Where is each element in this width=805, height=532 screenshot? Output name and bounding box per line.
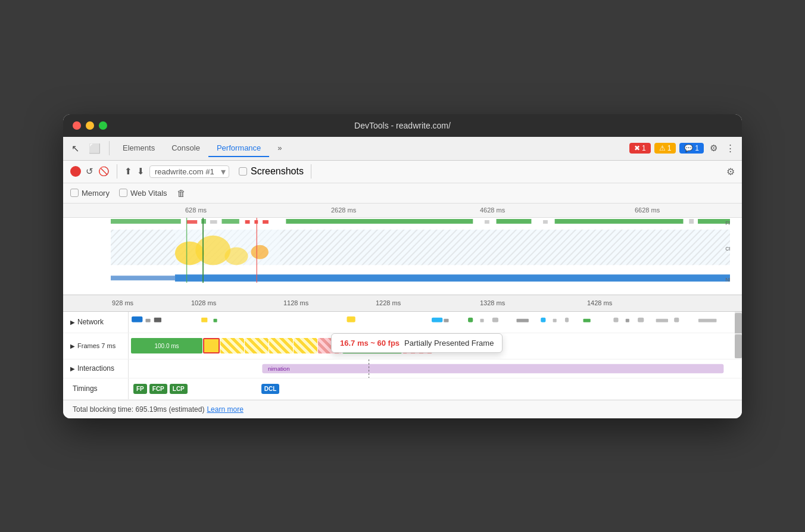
svg-rect-6 bbox=[254, 220, 258, 223]
network-expand-icon[interactable]: ▶ bbox=[70, 319, 75, 326]
svg-point-20 bbox=[195, 235, 230, 265]
timings-track-row: Timings FP FCP LCP DCL bbox=[63, 378, 742, 400]
svg-rect-50 bbox=[638, 317, 644, 322]
frame-yellow-hatch-3 bbox=[269, 338, 293, 353]
svg-rect-54 bbox=[262, 364, 723, 373]
url-selector-wrap: readwrite.com #1 bbox=[149, 165, 229, 178]
interactions-svg: nimation bbox=[129, 359, 742, 378]
url-selector[interactable]: readwrite.com #1 bbox=[149, 165, 229, 178]
interactions-track-label[interactable]: ▶ Interactions bbox=[63, 359, 129, 378]
frame-yellow-hatch-1 bbox=[220, 338, 244, 353]
upload-icon[interactable]: ⬆ bbox=[124, 166, 132, 177]
svg-rect-11 bbox=[543, 220, 548, 223]
timings-track-label: Timings bbox=[63, 378, 129, 399]
svg-text:FPS: FPS bbox=[725, 220, 730, 226]
interactions-label: Interactions bbox=[77, 364, 114, 373]
ruler-1228ms: 1228 ms bbox=[376, 299, 401, 306]
frame-selected[interactable] bbox=[203, 338, 220, 353]
close-button[interactable] bbox=[73, 121, 81, 130]
download-icon[interactable]: ⬇ bbox=[137, 166, 145, 177]
checks-row: Memory Web Vitals 🗑 bbox=[63, 183, 742, 204]
svg-rect-51 bbox=[656, 318, 668, 322]
frames-track-label[interactable]: ▶ Frames 7 ms bbox=[63, 333, 129, 359]
svg-rect-49 bbox=[626, 318, 629, 322]
memory-check[interactable]: Memory bbox=[70, 189, 110, 198]
tooltip-description: Partially Presented Frame bbox=[404, 339, 494, 348]
memory-checkbox[interactable] bbox=[70, 189, 79, 197]
svg-rect-46 bbox=[565, 317, 569, 322]
more-icon[interactable]: ⋮ bbox=[723, 140, 737, 156]
timing-dcl: DCL bbox=[261, 384, 280, 394]
svg-rect-35 bbox=[201, 317, 207, 322]
clear-icon[interactable]: 🚫 bbox=[98, 166, 110, 177]
cursor-tool-button[interactable]: ↖ bbox=[68, 140, 83, 157]
svg-rect-39 bbox=[444, 318, 448, 322]
memory-label: Memory bbox=[82, 189, 110, 198]
svg-text:CPU: CPU bbox=[725, 245, 730, 251]
svg-rect-9 bbox=[485, 220, 489, 223]
timing-fcp: FCP bbox=[149, 384, 167, 394]
tab-performance[interactable]: Performance bbox=[208, 140, 269, 157]
trash-icon[interactable]: 🗑 bbox=[177, 188, 186, 198]
status-bar: Total blocking time: 695.19ms (estimated… bbox=[63, 400, 742, 418]
screenshots-area: Screenshots bbox=[239, 166, 304, 177]
svg-rect-36 bbox=[214, 318, 217, 322]
frames-track-content: 100.0 ms 66.7 ms bbox=[129, 333, 735, 359]
refresh-icon[interactable]: ↺ bbox=[86, 166, 93, 177]
screenshots-label: Screenshots bbox=[251, 166, 304, 177]
inspect-button[interactable]: ⬜ bbox=[85, 140, 104, 157]
perf-settings-icon[interactable]: ⚙ bbox=[726, 166, 735, 177]
network-track-row: ▶ Network bbox=[63, 312, 742, 333]
svg-rect-26 bbox=[111, 276, 175, 280]
error-badge[interactable]: ✖ 1 bbox=[629, 143, 651, 154]
svg-rect-43 bbox=[517, 318, 529, 322]
svg-rect-34 bbox=[154, 317, 161, 322]
svg-rect-33 bbox=[146, 318, 151, 322]
devtools-window: DevTools - readwrite.com/ ↖ ⬜ Elements C… bbox=[63, 114, 742, 418]
frames-expand-icon[interactable]: ▶ bbox=[70, 343, 75, 349]
svg-rect-32 bbox=[132, 316, 142, 322]
record-button[interactable] bbox=[70, 166, 81, 177]
info-count: 1 bbox=[695, 144, 699, 152]
settings-icon[interactable]: ⚙ bbox=[707, 140, 720, 156]
web-vitals-label: Web Vitals bbox=[130, 189, 167, 198]
badge-area: ✖ 1 ⚠ 1 💬 1 ⚙ ⋮ bbox=[629, 140, 737, 156]
ruler-928ms: 928 ms bbox=[112, 299, 133, 306]
interactions-expand-icon[interactable]: ▶ bbox=[70, 365, 75, 372]
frames-scrollbar[interactable] bbox=[735, 333, 742, 358]
maximize-button[interactable] bbox=[99, 121, 107, 130]
separator bbox=[109, 141, 110, 155]
chat-icon: 💬 bbox=[684, 144, 693, 152]
track-area: ▶ Network bbox=[63, 312, 742, 400]
web-vitals-check[interactable]: Web Vitals bbox=[119, 189, 167, 198]
tab-more[interactable]: » bbox=[269, 140, 290, 157]
ruler-628ms: 628 ms bbox=[185, 206, 207, 214]
ruler-1428ms: 1428 ms bbox=[587, 299, 612, 306]
screenshots-checkbox[interactable] bbox=[239, 167, 247, 176]
network-track-svg bbox=[129, 312, 735, 333]
web-vitals-checkbox[interactable] bbox=[119, 189, 127, 197]
frame-yellow-hatch-4 bbox=[294, 338, 317, 353]
network-label: Network bbox=[77, 318, 104, 326]
network-scrollbar[interactable] bbox=[735, 312, 742, 333]
warning-badge[interactable]: ⚠ 1 bbox=[654, 143, 676, 154]
network-track-label[interactable]: ▶ Network bbox=[63, 312, 129, 333]
tab-elements[interactable]: Elements bbox=[114, 140, 163, 157]
svg-rect-7 bbox=[263, 220, 269, 223]
network-track-content bbox=[129, 312, 735, 333]
tab-console[interactable]: Console bbox=[163, 140, 208, 157]
ruler-1128ms: 1128 ms bbox=[283, 299, 308, 306]
warning-count: 1 bbox=[667, 144, 672, 152]
svg-rect-37 bbox=[347, 316, 355, 322]
minimize-button[interactable] bbox=[86, 121, 94, 130]
frames-scrollbar-thumb[interactable] bbox=[735, 334, 742, 358]
info-badge[interactable]: 💬 1 bbox=[679, 143, 704, 154]
svg-rect-8 bbox=[286, 218, 473, 223]
separator bbox=[311, 164, 311, 179]
performance-area: 628 ms 2628 ms 4628 ms 6628 ms bbox=[63, 204, 742, 400]
learn-more-link[interactable]: Learn more bbox=[207, 405, 243, 414]
svg-rect-42 bbox=[492, 317, 498, 322]
ruler-4628ms: 4628 ms bbox=[480, 206, 505, 214]
ruler-1328ms: 1328 ms bbox=[480, 299, 505, 306]
svg-rect-13 bbox=[689, 218, 694, 223]
